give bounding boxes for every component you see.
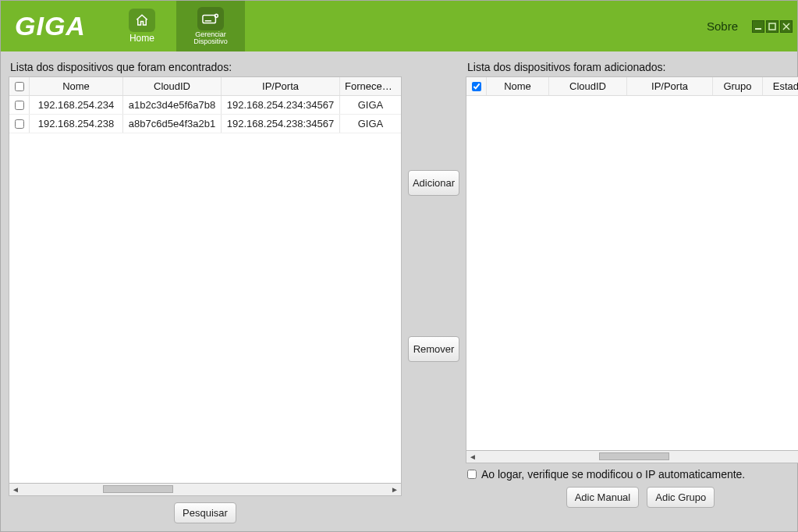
col-nome[interactable]: Nome <box>30 77 123 95</box>
nav-home-label: Home <box>129 33 154 44</box>
found-table-header: Nome CloudID IP/Porta Fornecedor <box>9 77 401 96</box>
cell-cloudid: a1b2c3d4e5f6a7b8 <box>123 96 222 114</box>
device-icon <box>197 7 224 30</box>
added-select-all-checkbox[interactable] <box>472 82 481 91</box>
scroll-thumb[interactable] <box>103 485 173 493</box>
row-checkbox[interactable] <box>15 119 24 129</box>
cell-cloudid: a8b7c6d5e4f3a2b1 <box>123 115 222 133</box>
found-table-body: 192.168.254.234a1b2c3d4e5f6a7b8192.168.2… <box>9 96 401 483</box>
added-table-body <box>466 96 798 450</box>
found-devices-table: Nome CloudID IP/Porta Fornecedor 192.168… <box>9 76 402 484</box>
cell-fornecedor: GIGA <box>340 96 401 114</box>
found-bottom-row: Pesquisar <box>9 502 402 523</box>
transfer-buttons-panel: Adicionar Remover <box>408 61 459 523</box>
add-manual-button[interactable]: Adic Manual <box>566 487 640 508</box>
home-icon <box>129 9 155 32</box>
found-select-all[interactable] <box>9 77 30 95</box>
window-buttons <box>752 20 793 33</box>
added-hscrollbar[interactable]: ◄ ► <box>466 451 798 463</box>
scroll-left-icon[interactable]: ◄ <box>9 484 22 495</box>
app-window: GIGA Home Gerenciar <box>0 0 798 532</box>
search-button[interactable]: Pesquisar <box>174 502 236 523</box>
app-header: GIGA Home Gerenciar <box>1 1 797 51</box>
row-checkbox-cell[interactable] <box>9 115 30 133</box>
col-grupo[interactable]: Grupo <box>713 77 763 95</box>
maximize-button[interactable] <box>766 20 778 33</box>
found-devices-title: Lista dos dispositivos que foram encontr… <box>9 61 402 73</box>
row-checkbox[interactable] <box>15 101 24 110</box>
nav-home[interactable]: Home <box>108 1 176 51</box>
col-ipporta-r[interactable]: IP/Porta <box>627 77 713 95</box>
header-right: Sobre <box>707 1 797 51</box>
nav-manage-device[interactable]: Gerenciar Dispositivo <box>176 1 245 51</box>
remove-button[interactable]: Remover <box>408 336 459 362</box>
add-group-button[interactable]: Adic Grupo <box>647 487 715 508</box>
col-nome-r[interactable]: Nome <box>487 77 549 95</box>
added-select-all[interactable] <box>466 77 487 95</box>
nav-bar: Home Gerenciar Dispositivo <box>108 1 245 51</box>
auto-ip-checkbox[interactable] <box>467 470 477 479</box>
add-button[interactable]: Adicionar <box>408 170 459 196</box>
table-row[interactable]: 192.168.254.234a1b2c3d4e5f6a7b8192.168.2… <box>9 96 401 115</box>
col-fornecedor[interactable]: Fornecedor <box>340 77 401 95</box>
added-devices-panel: Lista dos dispositivos foram adicionados… <box>466 61 798 523</box>
added-bottom-row: Adic Manual Adic Grupo <box>466 487 798 508</box>
cell-fornecedor: GIGA <box>340 115 401 133</box>
col-cloudid-r[interactable]: CloudID <box>549 77 627 95</box>
svg-rect-4 <box>769 23 775 30</box>
added-table-header: Nome CloudID IP/Porta Grupo Estado <box>466 77 798 96</box>
svg-point-1 <box>215 14 218 17</box>
nav-manage-label2: Dispositivo <box>193 38 228 45</box>
close-button[interactable] <box>780 20 793 33</box>
brand-logo: GIGA <box>1 1 100 51</box>
main-content: Lista dos dispositivos que foram encontr… <box>1 51 797 531</box>
about-link[interactable]: Sobre <box>707 20 738 33</box>
cell-nome: 192.168.254.238 <box>30 115 123 133</box>
minimize-button[interactable] <box>752 20 764 33</box>
cell-nome: 192.168.254.234 <box>30 96 123 114</box>
col-estado[interactable]: Estado <box>763 77 798 95</box>
found-select-all-checkbox[interactable] <box>15 82 24 91</box>
added-devices-table: Nome CloudID IP/Porta Grupo Estado <box>466 76 798 451</box>
scroll-right-icon[interactable]: ► <box>388 484 401 495</box>
row-checkbox-cell[interactable] <box>9 96 30 114</box>
cell-ipporta: 192.168.254.234:34567 <box>222 96 340 114</box>
svg-rect-0 <box>203 15 216 23</box>
scroll-thumb[interactable] <box>599 452 669 460</box>
found-devices-panel: Lista dos dispositivos que foram encontr… <box>9 61 402 523</box>
col-ipporta[interactable]: IP/Porta <box>222 77 340 95</box>
scroll-left-icon[interactable]: ◄ <box>466 451 479 463</box>
found-hscrollbar[interactable]: ◄ ► <box>9 484 402 496</box>
auto-ip-label: Ao logar, verifique se modificou o IP au… <box>481 468 745 481</box>
auto-ip-row: Ao logar, verifique se modificou o IP au… <box>467 468 798 481</box>
added-devices-title: Lista dos dispositivos foram adicionados… <box>466 61 798 73</box>
brand-text: GIGA <box>15 11 86 41</box>
table-row[interactable]: 192.168.254.238a8b7c6d5e4f3a2b1192.168.2… <box>9 115 401 133</box>
cell-ipporta: 192.168.254.238:34567 <box>222 115 340 133</box>
col-cloudid[interactable]: CloudID <box>123 77 222 95</box>
